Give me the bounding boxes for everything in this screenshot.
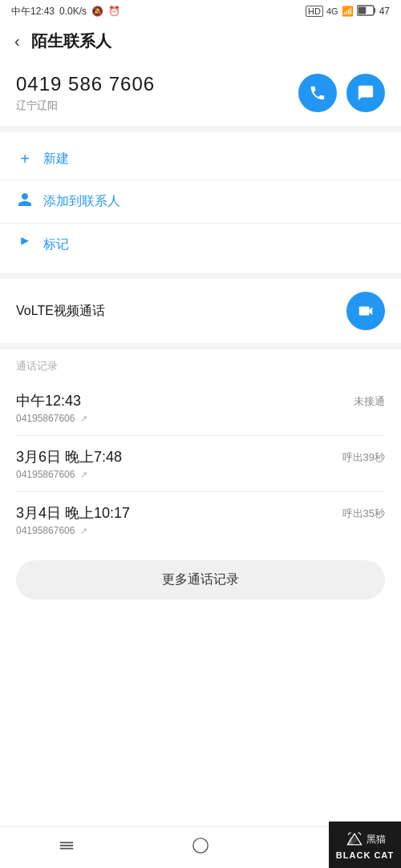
status-left: 中午12:43 0.0K/s 🔕 ⏰: [11, 5, 120, 18]
contact-info: 0419 586 7606 辽宁辽阳: [16, 73, 155, 113]
menu-item-add-contact[interactable]: 添加到联系人: [0, 180, 401, 223]
call-record-item[interactable]: 3月4日 晚上10:17 04195867606 ↗ 呼出35秒: [16, 492, 385, 547]
black-cat-en-text: BLACK CAT: [336, 850, 394, 860]
call-record-left: 3月4日 晚上10:17 04195867606 ↗: [16, 503, 130, 536]
contact-card: 0419 586 7606 辽宁辽阳: [0, 60, 401, 126]
plus-icon: +: [16, 150, 34, 168]
status-bar: 中午12:43 0.0K/s 🔕 ⏰ HD 4G 📶 47: [0, 0, 401, 22]
call-number-3: 04195867606 ↗: [16, 525, 130, 536]
call-time-2: 3月6日 晚上7:48: [16, 447, 122, 466]
volte-video-button[interactable]: [346, 292, 385, 330]
call-time-3: 3月4日 晚上10:17: [16, 503, 130, 523]
divider-1: [0, 126, 401, 132]
call-record-item[interactable]: 3月6日 晚上7:48 04195867606 ↗ 呼出39秒: [16, 436, 385, 492]
status-right: HD 4G 📶 47: [306, 5, 390, 18]
menu-section: + 新建 添加到联系人 标记: [0, 132, 401, 273]
alarm-icon: ⏰: [108, 6, 120, 17]
flag-icon: [16, 235, 34, 255]
black-cat-badge: 黑猫 BLACK CAT: [329, 822, 401, 868]
wifi-icon: 🔕: [91, 6, 103, 17]
call-records-section: 通话记录 中午12:43 04195867606 ↗ 未接通 3月6日 晚上7:…: [0, 349, 401, 547]
call-number-1: 04195867606 ↗: [16, 413, 87, 424]
4g-label: 4G: [326, 6, 338, 16]
call-button[interactable]: [298, 74, 337, 112]
cat-icon: [345, 830, 364, 849]
more-records-button[interactable]: 更多通话记录: [16, 560, 385, 600]
black-cat-logo: 黑猫: [345, 830, 386, 849]
contact-location: 辽宁辽阳: [16, 99, 155, 113]
status-time: 中午12:43: [11, 5, 55, 18]
svg-point-6: [193, 838, 208, 853]
black-cat-cn-text: 黑猫: [367, 833, 386, 846]
network-speed: 0.0K/s: [59, 6, 87, 17]
call-record-item[interactable]: 中午12:43 04195867606 ↗ 未接通: [16, 380, 385, 436]
call-records-title: 通话记录: [16, 359, 385, 373]
call-status-2: 呼出39秒: [342, 450, 385, 465]
menu-label-new: 新建: [43, 151, 69, 168]
home-nav-button[interactable]: [176, 830, 225, 865]
contact-actions: [298, 74, 385, 112]
volte-section: VoLTE视频通话: [0, 279, 401, 343]
divider-2: [0, 273, 401, 279]
call-record-left: 3月6日 晚上7:48 04195867606 ↗: [16, 447, 122, 480]
external-icon-1: ↗: [80, 414, 87, 423]
svg-rect-1: [374, 8, 375, 13]
battery-icon: [357, 5, 376, 18]
message-button[interactable]: [346, 74, 385, 112]
signal-icon: 📶: [342, 6, 354, 17]
external-icon-2: ↗: [80, 470, 87, 479]
menu-item-mark[interactable]: 标记: [0, 224, 401, 266]
menu-label-mark: 标记: [43, 236, 69, 253]
phone-number: 0419 586 7606: [16, 73, 155, 95]
volte-label: VoLTE视频通话: [16, 303, 105, 320]
external-icon-3: ↗: [80, 526, 87, 535]
person-icon: [16, 192, 34, 212]
menu-item-new[interactable]: + 新建: [0, 139, 401, 180]
page-header: ‹ 陌生联系人: [0, 22, 401, 60]
svg-point-9: [351, 837, 357, 842]
page-title: 陌生联系人: [31, 30, 111, 52]
back-button[interactable]: ‹: [11, 32, 23, 50]
menu-nav-button[interactable]: [42, 830, 91, 865]
svg-rect-2: [358, 6, 366, 14]
battery-percent: 47: [379, 6, 390, 17]
call-status-1: 未接通: [354, 394, 385, 409]
call-time-1: 中午12:43: [16, 391, 87, 410]
call-status-3: 呼出35秒: [342, 507, 385, 521]
call-record-left: 中午12:43 04195867606 ↗: [16, 391, 87, 424]
call-number-2: 04195867606 ↗: [16, 469, 122, 480]
menu-label-add-contact: 添加到联系人: [43, 193, 120, 210]
hd-label: HD: [306, 6, 323, 17]
divider-3: [0, 343, 401, 349]
